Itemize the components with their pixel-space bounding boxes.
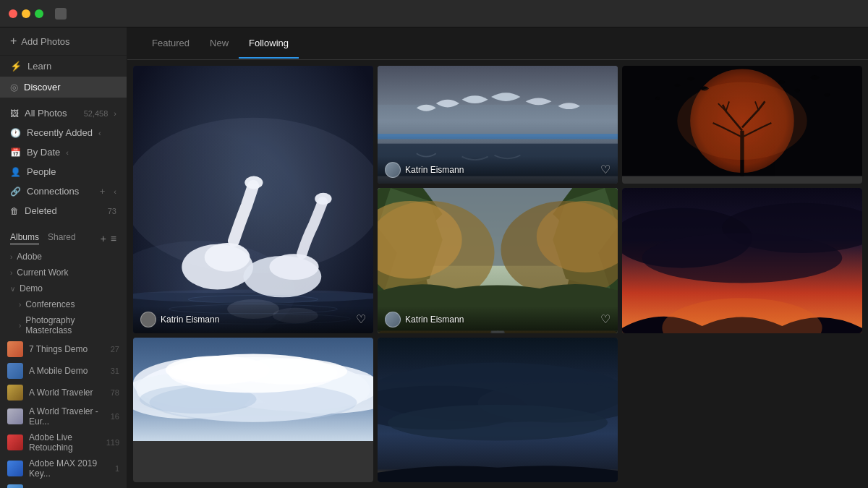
tab-following[interactable]: Following bbox=[239, 29, 299, 59]
sidebar-item-learn[interactable]: ⚡ Learn bbox=[0, 56, 127, 77]
author-name: Katrin Eismann bbox=[161, 314, 219, 325]
trash-icon: 🗑 bbox=[10, 206, 19, 216]
sidebar-item-all-photos[interactable]: 🖼 All Photos 52,458 › bbox=[0, 103, 127, 123]
album-thumb bbox=[7, 363, 23, 379]
album-group-label: Adobe bbox=[17, 252, 42, 262]
chevron-right-icon: › bbox=[10, 253, 12, 261]
photos-icon: 🖼 bbox=[10, 108, 19, 119]
chevron-down-icon: ∨ bbox=[10, 285, 15, 293]
svg-rect-21 bbox=[378, 134, 618, 139]
photo-overlay-forest: Katrin Eismann ♡ bbox=[378, 306, 618, 333]
album-group: › Adobe › Current Work ∨ Demo › Conferen… bbox=[0, 247, 127, 488]
author-avatar bbox=[140, 312, 156, 328]
add-photos-label: Add Photos bbox=[21, 36, 69, 47]
album-item-adobe-max[interactable]: Adobe MAX 2019 Key... 1 bbox=[0, 455, 127, 481]
album-count: 1 bbox=[115, 464, 119, 473]
album-item-adobe-live[interactable]: Adobe Live Retouching 119 bbox=[0, 429, 127, 455]
deleted-count: 73 bbox=[108, 207, 116, 215]
photo-card-swans[interactable]: Katrin Eismann ♡ bbox=[133, 66, 373, 333]
svg-point-58 bbox=[388, 404, 608, 440]
sidebar-item-label: By Date bbox=[27, 147, 60, 158]
author-name-splash: Katrin Eismann bbox=[650, 165, 708, 175]
photo-author: Katrin Eismann bbox=[629, 162, 708, 178]
svg-point-8 bbox=[244, 176, 263, 189]
photo-card-sunset1[interactable] bbox=[622, 188, 862, 333]
albums-actions: + ≡ bbox=[101, 233, 116, 244]
album-group-demo[interactable]: ∨ Demo bbox=[0, 281, 127, 296]
sidebar-item-label: Connections bbox=[27, 186, 79, 197]
tab-new[interactable]: New bbox=[200, 29, 239, 59]
photo-card-birds[interactable]: Katrin Eismann ♡ bbox=[378, 66, 618, 184]
sidebar-item-recently-added[interactable]: 🕐 Recently Added ‹ bbox=[0, 123, 127, 142]
like-button[interactable]: ♡ bbox=[600, 312, 610, 326]
album-group-label: Current Work bbox=[17, 267, 68, 278]
albums-tabs: Albums Shared bbox=[10, 232, 101, 244]
album-count: 78 bbox=[111, 388, 119, 397]
sidebar-item-label: Deleted bbox=[25, 205, 57, 216]
sidebar-toggle-button[interactable] bbox=[55, 8, 67, 20]
album-count: 31 bbox=[111, 367, 119, 375]
album-subgroup-conferences[interactable]: › Conferences bbox=[0, 296, 127, 312]
album-thumb bbox=[7, 385, 23, 401]
album-subgroup-label: Photography Masterclass bbox=[25, 315, 116, 335]
chevron-icon: ‹ bbox=[98, 129, 101, 137]
album-thumb bbox=[7, 408, 23, 424]
all-photos-count: 52,458 bbox=[84, 109, 109, 118]
chevron-right-icon: › bbox=[19, 322, 21, 330]
like-button[interactable]: ♡ bbox=[600, 163, 610, 176]
albums-header: Albums Shared + ≡ bbox=[0, 226, 127, 247]
album-subgroup-photography[interactable]: › Photography Masterclass bbox=[0, 312, 127, 338]
photo-overlay-swans: Katrin Eismann ♡ bbox=[133, 306, 373, 333]
tab-featured[interactable]: Featured bbox=[142, 29, 200, 59]
minimize-button[interactable] bbox=[22, 9, 30, 18]
list-view-button[interactable]: ≡ bbox=[111, 233, 116, 244]
album-count: 16 bbox=[111, 412, 119, 421]
sidebar-item-label: All Photos bbox=[25, 108, 67, 119]
album-group-label: Demo bbox=[20, 283, 43, 294]
sidebar: + Add Photos ⚡ Learn ◎ Discover 🖼 All Ph… bbox=[0, 27, 127, 488]
sidebar-item-discover[interactable]: ◎ Discover bbox=[0, 77, 127, 98]
album-item-world-traveler[interactable]: A World Traveler 78 bbox=[0, 382, 127, 403]
tabs-bar: Featured New Following bbox=[127, 27, 868, 60]
like-button[interactable]: ♡ bbox=[845, 163, 855, 176]
album-count: 119 bbox=[106, 438, 119, 447]
people-icon: 👤 bbox=[10, 167, 21, 177]
add-connection-icon[interactable]: + bbox=[100, 186, 106, 197]
sidebar-item-by-date[interactable]: 📅 By Date ‹ bbox=[0, 142, 127, 162]
sidebar-item-label: Learn bbox=[27, 61, 51, 72]
author-avatar bbox=[385, 312, 401, 328]
tab-shared[interactable]: Shared bbox=[48, 232, 76, 244]
add-photos-button[interactable]: + Add Photos bbox=[0, 27, 127, 56]
close-button[interactable] bbox=[9, 9, 17, 18]
chevron-icon: ‹ bbox=[114, 187, 116, 196]
plus-icon: + bbox=[10, 35, 17, 48]
content-area: Featured New Following bbox=[127, 27, 868, 488]
album-count: 27 bbox=[111, 345, 119, 354]
album-item-7things[interactable]: 7 Things Demo 27 bbox=[0, 338, 127, 360]
sidebar-item-label: People bbox=[27, 166, 56, 177]
add-album-button[interactable]: + bbox=[101, 233, 106, 244]
discover-icon: ◎ bbox=[10, 82, 18, 93]
author-avatar-splash bbox=[629, 162, 645, 178]
album-group-current-work[interactable]: › Current Work bbox=[0, 265, 127, 281]
photo-card-sky[interactable] bbox=[133, 338, 373, 483]
photo-card-splash[interactable]: Katrin Eismann ♡ bbox=[622, 66, 862, 184]
chevron-right-icon: › bbox=[19, 301, 21, 309]
photo-card-forest[interactable]: Katrin Eismann ♡ bbox=[378, 188, 618, 333]
album-item-mobile-demo[interactable]: A Mobile Demo 31 bbox=[0, 360, 127, 382]
chevron-right-icon: › bbox=[10, 269, 12, 277]
like-button[interactable]: ♡ bbox=[356, 312, 366, 326]
maximize-button[interactable] bbox=[35, 9, 43, 18]
sidebar-item-deleted[interactable]: 🗑 Deleted 73 bbox=[0, 201, 127, 221]
photo-card-sunset2[interactable] bbox=[378, 338, 618, 483]
album-item-world-traveler-eur[interactable]: A World Traveler - Eur... 16 bbox=[0, 403, 127, 429]
chevron-icon: › bbox=[114, 109, 116, 118]
sidebar-item-people[interactable]: 👤 People bbox=[0, 162, 127, 181]
tab-albums[interactable]: Albums bbox=[10, 232, 39, 244]
album-subgroup-label: Conferences bbox=[25, 299, 75, 309]
album-item-advanced-lr[interactable]: Advanced Lr 21 bbox=[0, 481, 127, 488]
sidebar-item-connections[interactable]: 🔗 Connections + ‹ bbox=[0, 181, 127, 201]
album-thumb bbox=[7, 461, 23, 476]
album-group-adobe[interactable]: › Adobe bbox=[0, 249, 127, 265]
album-name: Adobe MAX 2019 Key... bbox=[29, 458, 109, 479]
